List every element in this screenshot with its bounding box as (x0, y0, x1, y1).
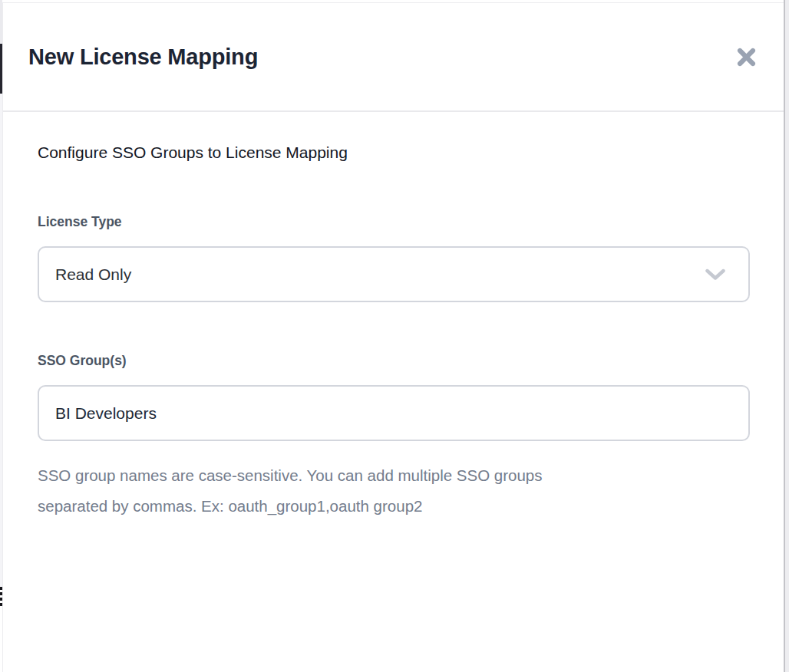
helper-text-line-2: separated by commas. Ex: oauth_group1,oa… (38, 491, 750, 522)
chevron-down-icon (705, 268, 725, 280)
license-type-selected-value: Read Only (55, 265, 131, 284)
sso-groups-helper-text: SSO group names are case-sensitive. You … (38, 460, 750, 522)
modal-description: Configure SSO Groups to License Mapping (38, 141, 750, 164)
close-button[interactable] (735, 45, 758, 68)
sso-groups-field-group: SSO Group(s) SSO group names are case-se… (38, 353, 750, 522)
modal-title: New License Mapping (28, 44, 258, 70)
background-page-sliver-right (785, 0, 789, 672)
helper-text-line-1: SSO group names are case-sensitive. You … (38, 460, 750, 491)
new-license-mapping-modal: New License Mapping Configure SSO Groups… (2, 2, 784, 672)
x-close-icon (736, 47, 757, 68)
license-type-field-group: License Type Read Only (38, 214, 750, 302)
license-type-select[interactable]: Read Only (38, 246, 750, 302)
modal-body: Configure SSO Groups to License Mapping … (3, 112, 784, 522)
license-type-label: License Type (38, 214, 750, 229)
sso-groups-input[interactable] (38, 385, 750, 441)
modal-header: New License Mapping (3, 3, 784, 112)
sso-groups-label: SSO Group(s) (38, 353, 750, 368)
